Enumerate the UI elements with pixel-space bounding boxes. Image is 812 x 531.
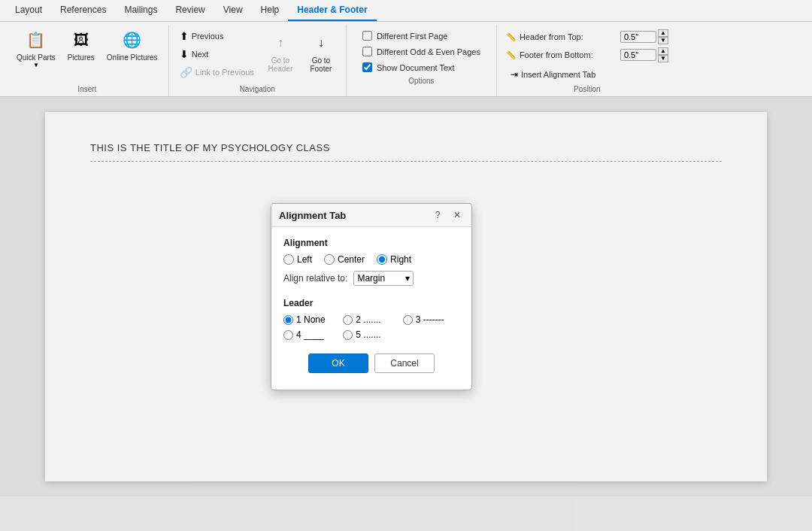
- ribbon-group-navigation: ⬆ Previous ⬇ Next 🔗 Link to Previous ↑: [169, 25, 347, 96]
- tab-references[interactable]: References: [51, 0, 115, 21]
- alignment-right-radio[interactable]: [377, 254, 387, 265]
- next-icon: ⬇: [180, 48, 189, 60]
- diff-first-page-label: Different First Page: [377, 32, 448, 41]
- leader-1-radio[interactable]: [283, 315, 293, 325]
- quick-parts-dropdown-arrow: ▼: [33, 62, 39, 68]
- go-to-header-button[interactable]: ↑ Go toHeader: [262, 28, 299, 76]
- diff-odd-even-label: Different Odd & Even Pages: [377, 47, 480, 56]
- leader-options-grid: 1 None 2 ....... 3 ------- 4 ____: [283, 314, 459, 340]
- header-from-top-label: Header from Top:: [520, 32, 617, 41]
- leader-4-label: 4 ____: [296, 329, 324, 340]
- insert-group-label: Insert: [77, 85, 96, 96]
- footer-bottom-spin-up[interactable]: ▲: [658, 47, 668, 55]
- leader-5-option[interactable]: 5 .......: [343, 329, 399, 340]
- online-pictures-button[interactable]: 🌐 Online Pictures: [102, 25, 162, 65]
- leader-section-title: Leader: [283, 298, 459, 308]
- ribbon-tabs: Layout References Mailings Review View H…: [0, 0, 812, 22]
- show-doc-text-row: Show Document Text: [359, 61, 483, 74]
- previous-label: Previous: [192, 32, 224, 41]
- align-relative-dropdown-arrow: ▾: [405, 273, 410, 284]
- online-pictures-label: Online Pictures: [107, 53, 158, 62]
- next-button[interactable]: ⬇ Next: [175, 46, 259, 62]
- go-to-footer-button[interactable]: ↓ Go toFooter: [302, 28, 340, 76]
- alignment-tab-icon: ⇥: [511, 69, 518, 80]
- navigation-group-label: Navigation: [240, 85, 275, 96]
- footer-from-bottom-input[interactable]: [620, 49, 656, 61]
- insert-alignment-tab-button[interactable]: ⇥ Insert Alignment Tab: [506, 67, 668, 82]
- alignment-left-radio[interactable]: [283, 254, 294, 265]
- online-pictures-icon: 🌐: [120, 28, 144, 52]
- alignment-tab-dialog[interactable]: Alignment Tab ? ✕ Alignment Left Center: [271, 203, 472, 390]
- align-relative-value: Margin: [357, 273, 385, 284]
- leader-1-label: 1 None: [296, 314, 326, 325]
- align-relative-label: Align relative to:: [283, 273, 347, 284]
- document-title: THIS IS THE TITLE OF MY PSYCHOLOGY CLASS: [90, 142, 330, 153]
- leader-2-label: 2 .......: [356, 314, 380, 325]
- pictures-label: Pictures: [68, 53, 95, 62]
- position-group-label: Position: [574, 85, 601, 96]
- ok-button[interactable]: OK: [308, 353, 368, 373]
- previous-button[interactable]: ⬆ Previous: [175, 28, 259, 44]
- next-label: Next: [192, 50, 209, 59]
- alignment-right-label: Right: [390, 254, 411, 265]
- previous-icon: ⬆: [180, 30, 189, 42]
- tab-review[interactable]: Review: [166, 0, 214, 21]
- tab-view[interactable]: View: [214, 0, 252, 21]
- footer-bottom-spin-down[interactable]: ▼: [658, 55, 668, 62]
- pictures-button[interactable]: 🖼 Pictures: [63, 25, 99, 65]
- alignment-left-option[interactable]: Left: [283, 254, 312, 265]
- leader-2-option[interactable]: 2 .......: [343, 314, 399, 325]
- footer-from-bottom-row: 📏 Footer from Bottom: ▲ ▼: [506, 47, 668, 62]
- tab-help[interactable]: Help: [252, 0, 289, 21]
- leader-5-label: 5 .......: [356, 329, 380, 340]
- alignment-right-option[interactable]: Right: [377, 254, 411, 265]
- leader-section: Leader 1 None 2 ....... 3 -------: [283, 298, 459, 340]
- go-to-header-icon: ↑: [268, 31, 292, 55]
- leader-3-radio[interactable]: [403, 315, 413, 325]
- go-to-footer-label: Go toFooter: [310, 56, 332, 73]
- dialog-help-button[interactable]: ?: [431, 208, 444, 222]
- header-from-top-input[interactable]: [620, 31, 656, 43]
- document-header: THIS IS THE TITLE OF MY PSYCHOLOGY CLASS: [90, 142, 722, 162]
- dialog-footer: OK Cancel: [283, 350, 459, 379]
- ribbon-group-position: 📏 Header from Top: ▲ ▼ 📏 Footer from Bot…: [497, 25, 677, 96]
- leader-3-option[interactable]: 3 -------: [403, 314, 459, 325]
- header-top-spin-up[interactable]: ▲: [658, 29, 668, 37]
- leader-4-option[interactable]: 4 ____: [283, 329, 340, 340]
- diff-odd-even-row: Different Odd & Even Pages: [359, 45, 483, 58]
- leader-2-radio[interactable]: [343, 315, 353, 325]
- leader-3-label: 3 -------: [416, 314, 444, 325]
- tab-header-footer[interactable]: Header & Footer: [288, 0, 376, 21]
- go-to-footer-icon: ↓: [309, 31, 333, 55]
- leader-1-option[interactable]: 1 None: [283, 314, 340, 325]
- footer-from-bottom-label: Footer from Bottom:: [520, 50, 617, 59]
- tab-mailings[interactable]: Mailings: [115, 0, 166, 21]
- go-to-header-label: Go toHeader: [268, 56, 292, 73]
- alignment-center-radio[interactable]: [324, 254, 335, 265]
- link-to-previous-label: Link to Previous: [195, 68, 254, 77]
- alignment-radio-row: Left Center Right: [283, 254, 459, 265]
- header-top-spin-down[interactable]: ▼: [658, 37, 668, 44]
- ribbon: Layout References Mailings Review View H…: [0, 0, 812, 97]
- dialog-body: Alignment Left Center Right Align relati…: [271, 227, 471, 390]
- link-to-previous-button[interactable]: 🔗 Link to Previous: [175, 64, 259, 80]
- cancel-button[interactable]: Cancel: [374, 353, 435, 373]
- align-relative-row: Align relative to: Margin ▾: [283, 271, 459, 286]
- align-relative-select[interactable]: Margin ▾: [353, 271, 414, 286]
- diff-odd-even-checkbox[interactable]: [362, 47, 372, 56]
- alignment-left-label: Left: [297, 254, 312, 265]
- tab-layout[interactable]: Layout: [6, 0, 51, 21]
- alignment-center-label: Center: [338, 254, 365, 265]
- quick-parts-button[interactable]: 📋 Quick Parts ▼: [12, 25, 60, 71]
- insert-alignment-tab-label: Insert Alignment Tab: [521, 70, 595, 79]
- show-doc-text-checkbox[interactable]: [362, 62, 372, 72]
- leader-4-radio[interactable]: [283, 330, 293, 340]
- show-doc-text-label: Show Document Text: [377, 63, 455, 72]
- diff-first-page-row: Different First Page: [359, 29, 483, 42]
- ribbon-group-options: Different First Page Different Odd & Eve…: [347, 25, 497, 96]
- dialog-close-button[interactable]: ✕: [450, 208, 464, 222]
- ribbon-group-insert: 📋 Quick Parts ▼ 🖼 Pictures 🌐 Online Pict…: [6, 25, 169, 96]
- alignment-center-option[interactable]: Center: [324, 254, 365, 265]
- diff-first-page-checkbox[interactable]: [362, 31, 372, 41]
- leader-5-radio[interactable]: [343, 330, 353, 340]
